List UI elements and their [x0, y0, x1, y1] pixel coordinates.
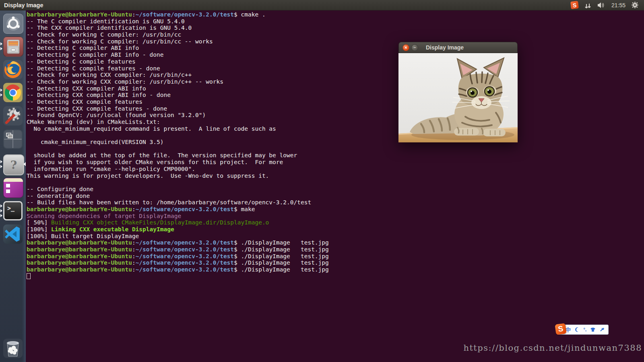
unity-launcher: ? >_	[0, 10, 26, 362]
running-pip	[0, 214, 2, 217]
system-settings-icon	[3, 106, 23, 125]
terminal-line: -- Build files have been written to: /ho…	[27, 199, 644, 206]
terminal-line: -- Detecting C compile features - done	[27, 65, 644, 72]
running-pip	[0, 42, 2, 45]
terminal-line: [100%] Built target DisplayImage	[27, 233, 644, 240]
window-titlebar[interactable]: × − Display Image	[398, 42, 518, 53]
sogou-skin-icon[interactable]	[590, 327, 596, 332]
terminal-line: CMake Warning (dev) in CMakeLists.txt:	[27, 119, 644, 125]
terminal-line: barbarbarye@barbarbarYe-Ubuntu:~/softwar…	[27, 11, 644, 18]
focused-arrow	[23, 162, 26, 166]
terminal-line: -- Detecting CXX compile features	[27, 99, 644, 105]
terminal-line: should be added at the top of the file. …	[27, 152, 644, 159]
terminal-line: -- Detecting C compile features	[27, 58, 644, 65]
terminal-line: No cmake_minimum_required command is pre…	[27, 125, 644, 132]
panel-window-title: Display Image	[0, 2, 43, 8]
terminal-line: -- The CXX compiler identification is GN…	[27, 25, 644, 31]
sogou-input-icon[interactable]: S	[570, 1, 579, 9]
cat-photo	[398, 53, 518, 142]
unknown-app-icon: ?	[3, 154, 24, 175]
terminal-window[interactable]: barbarbarye@barbarbarYe-Ubuntu:~/softwar…	[26, 10, 644, 362]
terminal-line: -- Detecting C compiler ABI info	[27, 45, 644, 51]
terminal-line	[27, 132, 644, 139]
terminal-line: -- The C compiler identification is GNU …	[27, 18, 644, 25]
launcher-item-dash[interactable]	[0, 14, 26, 33]
ubuntu-dash-icon	[3, 14, 23, 34]
firefox-icon	[3, 60, 23, 79]
launcher-item-trash[interactable]	[0, 339, 26, 358]
terminal-line: -- Check for working CXX compiler: /usr/…	[27, 72, 644, 78]
launcher-item-vscode[interactable]	[0, 224, 26, 244]
running-pip	[0, 209, 2, 212]
purple-window-icon	[3, 178, 23, 198]
trash-icon	[3, 339, 23, 358]
terminal-line: [ 50%] Building CXX object CMakeFiles/Di…	[27, 219, 644, 226]
terminal-line: This warning is for project developers. …	[27, 173, 644, 179]
running-pip	[0, 47, 2, 50]
pips	[0, 204, 2, 217]
running-pip	[0, 160, 2, 163]
sogou-punctuation-button[interactable]: °,	[584, 327, 586, 332]
terminal-line: information run "cmake --help-policy CMP…	[27, 166, 644, 173]
terminal-line: -- Generating done	[27, 193, 644, 200]
top-panel: Display Image S 21:55	[0, 0, 644, 10]
launcher-item-chrome[interactable]	[0, 83, 26, 102]
launcher-item-purple-app[interactable]	[0, 178, 26, 197]
running-pip	[0, 204, 2, 208]
terminal-icon: >_	[3, 201, 23, 220]
terminal-line: barbarbarye@barbarbarYe-Ubuntu:~/softwar…	[27, 246, 644, 253]
launcher-item-terminal[interactable]: >_	[0, 201, 26, 220]
launcher-item-files[interactable]	[0, 37, 26, 56]
system-tray: S 21:55	[571, 1, 644, 9]
sogou-logo-icon[interactable]: S	[555, 323, 566, 335]
question-glyph: ?	[10, 158, 17, 172]
pips	[0, 160, 2, 168]
terminal-output: barbarbarye@barbarbarYe-Ubuntu:~/softwar…	[27, 11, 644, 280]
sogou-fullmoon-icon[interactable]	[575, 327, 580, 332]
terminal-line: -- Found OpenCV: /usr/local (found versi…	[27, 112, 644, 119]
terminal-line: -- Check for working C compiler: /usr/bi…	[27, 31, 644, 38]
window-title: Display Image	[426, 44, 464, 51]
display-image-window: × − Display Image	[398, 42, 518, 142]
terminal-line: -- Detecting CXX compiler ABI info	[27, 85, 644, 92]
watermark-text: https://blog.csdn.net/jindunwan7388	[463, 343, 642, 353]
launcher-item-display-image[interactable]: ?	[0, 154, 26, 174]
terminal-line: [100%] Linking CXX executable DisplayIma…	[27, 226, 644, 233]
terminal-line: -- Detecting C compiler ABI info - done	[27, 51, 644, 58]
terminal-line: -- Configuring done	[27, 186, 644, 193]
clock[interactable]: 21:55	[611, 2, 625, 8]
launcher-item-settings[interactable]	[0, 106, 26, 125]
terminal-line: -- Check for working CXX compiler: /usr/…	[27, 78, 644, 85]
terminal-line: Scanning dependencies of target DisplayI…	[27, 213, 644, 220]
terminal-line	[27, 179, 644, 186]
close-button[interactable]: ×	[402, 44, 409, 51]
running-pip	[0, 93, 2, 97]
running-pip	[0, 165, 2, 168]
session-gear-icon[interactable]	[632, 2, 638, 8]
terminal-line: -- Detecting CXX compiler ABI info - don…	[27, 92, 644, 99]
terminal-line: barbarbarye@barbarbarYe-Ubuntu:~/softwar…	[27, 206, 644, 213]
network-icon[interactable]	[584, 2, 591, 8]
volume-icon[interactable]	[597, 2, 605, 8]
terminal-line	[27, 273, 644, 280]
terminal-line: if you wish to support older CMake versi…	[27, 159, 644, 166]
minimize-button[interactable]: −	[411, 44, 418, 51]
terminal-line: -- Check for working C compiler: /usr/bi…	[27, 38, 644, 45]
launcher-item-workspaces[interactable]	[0, 130, 26, 149]
sogou-toolbar: S 中 °,	[557, 325, 609, 335]
desktop: Display Image S 21:55	[0, 0, 644, 362]
vscode-icon	[3, 224, 23, 244]
workspace-switcher-icon	[3, 130, 23, 149]
terminal-line: barbarbarye@barbarbarYe-Ubuntu:~/softwar…	[27, 259, 644, 266]
terminal-line	[27, 146, 644, 152]
launcher-item-firefox[interactable]	[0, 60, 26, 79]
files-icon	[3, 37, 23, 57]
terminal-line: cmake_minimum_required(VERSION 3.5)	[27, 139, 644, 146]
terminal-line: barbarbarye@barbarbarYe-Ubuntu:~/softwar…	[27, 253, 644, 260]
pips	[0, 88, 2, 97]
prompt-glyph: >_	[7, 205, 14, 212]
chrome-icon	[3, 83, 23, 102]
sogou-wrench-icon[interactable]	[599, 327, 605, 332]
pips	[0, 42, 2, 50]
running-pip	[0, 88, 2, 92]
